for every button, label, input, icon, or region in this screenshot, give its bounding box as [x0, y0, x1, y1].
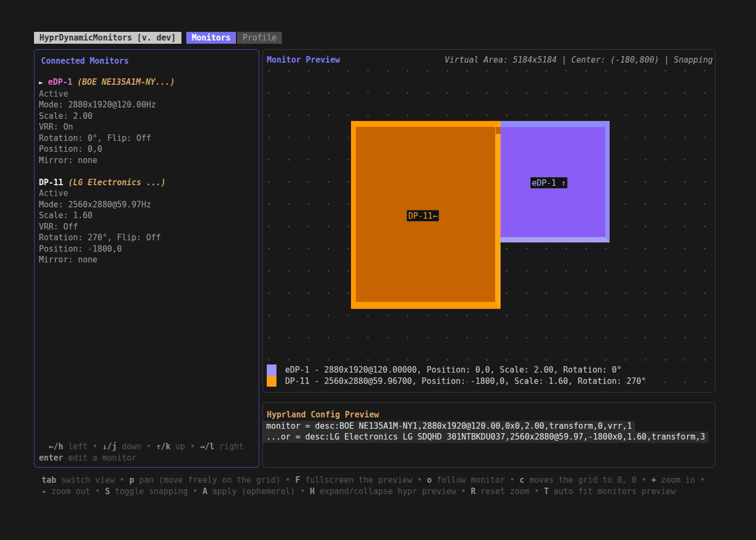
monitor-mirror: Mirror: none	[39, 254, 254, 266]
help-line-2: - zoom out • S toggle snapping • A apply…	[42, 486, 705, 497]
monitor-position: Position: 0,0	[39, 144, 254, 155]
legend-swatch-dp11	[267, 376, 276, 387]
monitor-name-row: DP-11 (LG Electronics ...)	[39, 177, 254, 188]
enter-key: enter	[39, 453, 63, 463]
preview-legend: eDP-1 - 2880x1920@120.00000, Position: 0…	[267, 364, 646, 387]
monitor-status: Active	[39, 188, 254, 199]
legend-row-edp1: eDP-1 - 2880x1920@120.00000, Position: 0…	[267, 364, 646, 376]
monitor-preview-title: Monitor Preview	[267, 55, 340, 65]
connected-monitors-title: Connected Monitors	[39, 56, 254, 66]
monitor-list-item-edp1[interactable]: ► eDP-1 (BOE NE135A1M-NY...) Active Mode…	[39, 77, 254, 166]
monitor-name: DP-11	[39, 178, 63, 187]
tab-monitors[interactable]: Monitors	[186, 32, 236, 44]
monitor-scale: Scale: 1.60	[39, 210, 254, 221]
monitor-vrr: VRR: Off	[39, 221, 254, 233]
monitor-scale: Scale: 2.00	[39, 111, 254, 122]
monitor-vendor: (BOE NE135A1M-NY...)	[77, 77, 175, 87]
legend-text-dp11: DP-11 - 2560x2880@59.96700, Position: -1…	[276, 376, 646, 387]
preview-monitor-edp1-label: eDP-1 ↑	[530, 177, 568, 188]
tab-profile[interactable]: Profile	[237, 32, 282, 44]
monitor-name: eDP-1	[48, 77, 72, 87]
enter-keybind-hint: enter edit a monitor	[39, 453, 244, 464]
help-line-1: tab switch view • p pan (move freely on …	[42, 475, 705, 486]
connected-monitors-panel: Connected Monitors ► eDP-1 (BOE NE135A1M…	[34, 49, 259, 468]
selected-arrow-icon: ►	[39, 78, 43, 86]
nav-keybind-hints: ←/h left • ↓/j down • ↑/k up • →/l right	[39, 441, 244, 453]
hyprland-config-panel: Hyprland Config Preview monitor = desc:B…	[262, 402, 716, 468]
enter-desc: edit a monitor	[68, 453, 136, 463]
tab-bar: HyprDynamicMonitors [v. dev] Monitors Pr…	[34, 32, 282, 44]
virtual-area-status: Virtual Area: 5184x5184 | Center: (-180,…	[444, 55, 713, 65]
monitor-name-row: ► eDP-1 (BOE NE135A1M-NY...)	[39, 77, 254, 89]
monitor-rotation: Rotation: 0°, Flip: Off	[39, 133, 254, 144]
monitor-mode: Mode: 2560x2880@59.97Hz	[39, 199, 254, 211]
config-line-edp1: monitor = desc:BOE NE135A1M-NY1,2880x192…	[263, 421, 635, 432]
legend-row-dp11: DP-11 - 2560x2880@59.96700, Position: -1…	[267, 376, 646, 387]
config-panel-title: Hyprland Config Preview	[263, 409, 715, 421]
monitor-vrr: VRR: On	[39, 122, 254, 133]
config-line-dp11: ...or = desc:LG Electronics LG SDQHD 301…	[263, 431, 708, 443]
app-title-tab: HyprDynamicMonitors [v. dev]	[34, 32, 181, 44]
monitor-mirror: Mirror: none	[39, 155, 254, 166]
left-panel-keybind-footer: ←/h left • ↓/j down • ↑/k up • →/l right…	[39, 441, 244, 463]
monitor-preview-panel: Monitor Preview Virtual Area: 5184x5184 …	[262, 49, 716, 393]
legend-text-edp1: eDP-1 - 2880x1920@120.00000, Position: 0…	[276, 364, 622, 376]
preview-monitor-dp11-corner	[496, 127, 501, 134]
monitor-rotation: Rotation: 270°, Flip: Off	[39, 232, 254, 244]
global-keybind-help: tab switch view • p pan (move freely on …	[42, 475, 705, 497]
monitor-mode: Mode: 2880x1920@120.00Hz	[39, 99, 254, 111]
preview-monitor-dp11-label: DP-11←	[407, 210, 439, 221]
monitor-list-item-dp11[interactable]: DP-11 (LG Electronics ...) Active Mode: …	[39, 177, 254, 266]
legend-swatch-edp1	[267, 364, 276, 376]
monitor-vendor: (LG Electronics ...)	[68, 178, 166, 187]
monitor-status: Active	[39, 89, 254, 100]
monitor-position: Position: -1800,0	[39, 244, 254, 255]
